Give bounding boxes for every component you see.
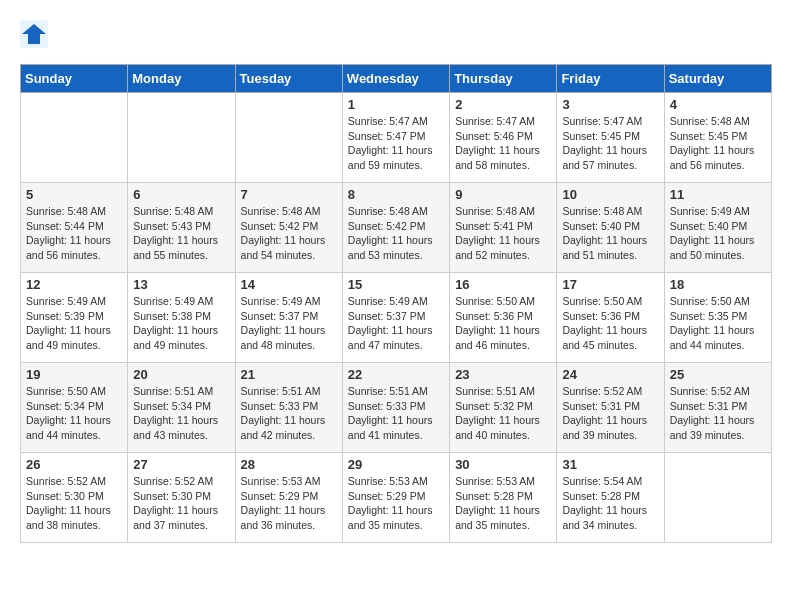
day-number: 18 [670,277,766,292]
calendar-cell: 5Sunrise: 5:48 AM Sunset: 5:44 PM Daylig… [21,183,128,273]
day-info: Sunrise: 5:48 AM Sunset: 5:42 PM Dayligh… [348,204,444,263]
calendar-week-row: 1Sunrise: 5:47 AM Sunset: 5:47 PM Daylig… [21,93,772,183]
day-info: Sunrise: 5:47 AM Sunset: 5:46 PM Dayligh… [455,114,551,173]
day-info: Sunrise: 5:53 AM Sunset: 5:29 PM Dayligh… [241,474,337,533]
calendar-cell: 2Sunrise: 5:47 AM Sunset: 5:46 PM Daylig… [450,93,557,183]
day-info: Sunrise: 5:48 AM Sunset: 5:40 PM Dayligh… [562,204,658,263]
day-info: Sunrise: 5:52 AM Sunset: 5:30 PM Dayligh… [26,474,122,533]
day-info: Sunrise: 5:48 AM Sunset: 5:43 PM Dayligh… [133,204,229,263]
day-info: Sunrise: 5:52 AM Sunset: 5:30 PM Dayligh… [133,474,229,533]
day-number: 30 [455,457,551,472]
calendar-cell: 15Sunrise: 5:49 AM Sunset: 5:37 PM Dayli… [342,273,449,363]
day-number: 5 [26,187,122,202]
day-info: Sunrise: 5:48 AM Sunset: 5:44 PM Dayligh… [26,204,122,263]
day-number: 2 [455,97,551,112]
calendar-cell: 6Sunrise: 5:48 AM Sunset: 5:43 PM Daylig… [128,183,235,273]
day-number: 1 [348,97,444,112]
calendar-cell: 18Sunrise: 5:50 AM Sunset: 5:35 PM Dayli… [664,273,771,363]
day-number: 10 [562,187,658,202]
calendar-cell: 4Sunrise: 5:48 AM Sunset: 5:45 PM Daylig… [664,93,771,183]
calendar-cell: 31Sunrise: 5:54 AM Sunset: 5:28 PM Dayli… [557,453,664,543]
weekday-header-thursday: Thursday [450,65,557,93]
calendar-cell: 1Sunrise: 5:47 AM Sunset: 5:47 PM Daylig… [342,93,449,183]
day-number: 3 [562,97,658,112]
day-info: Sunrise: 5:49 AM Sunset: 5:38 PM Dayligh… [133,294,229,353]
day-number: 16 [455,277,551,292]
calendar-week-row: 5Sunrise: 5:48 AM Sunset: 5:44 PM Daylig… [21,183,772,273]
calendar-cell: 3Sunrise: 5:47 AM Sunset: 5:45 PM Daylig… [557,93,664,183]
calendar-cell: 12Sunrise: 5:49 AM Sunset: 5:39 PM Dayli… [21,273,128,363]
day-info: Sunrise: 5:50 AM Sunset: 5:36 PM Dayligh… [455,294,551,353]
day-number: 4 [670,97,766,112]
calendar-cell: 10Sunrise: 5:48 AM Sunset: 5:40 PM Dayli… [557,183,664,273]
calendar-cell: 23Sunrise: 5:51 AM Sunset: 5:32 PM Dayli… [450,363,557,453]
calendar-cell: 14Sunrise: 5:49 AM Sunset: 5:37 PM Dayli… [235,273,342,363]
day-info: Sunrise: 5:52 AM Sunset: 5:31 PM Dayligh… [562,384,658,443]
day-number: 28 [241,457,337,472]
weekday-header-wednesday: Wednesday [342,65,449,93]
calendar-cell: 30Sunrise: 5:53 AM Sunset: 5:28 PM Dayli… [450,453,557,543]
calendar-cell: 26Sunrise: 5:52 AM Sunset: 5:30 PM Dayli… [21,453,128,543]
weekday-header-monday: Monday [128,65,235,93]
logo [20,20,52,48]
calendar-cell [128,93,235,183]
day-info: Sunrise: 5:49 AM Sunset: 5:37 PM Dayligh… [348,294,444,353]
day-info: Sunrise: 5:52 AM Sunset: 5:31 PM Dayligh… [670,384,766,443]
page-header [20,20,772,48]
calendar-cell: 29Sunrise: 5:53 AM Sunset: 5:29 PM Dayli… [342,453,449,543]
day-info: Sunrise: 5:50 AM Sunset: 5:36 PM Dayligh… [562,294,658,353]
calendar-cell: 11Sunrise: 5:49 AM Sunset: 5:40 PM Dayli… [664,183,771,273]
day-info: Sunrise: 5:51 AM Sunset: 5:32 PM Dayligh… [455,384,551,443]
day-info: Sunrise: 5:48 AM Sunset: 5:42 PM Dayligh… [241,204,337,263]
calendar-cell [235,93,342,183]
day-number: 6 [133,187,229,202]
calendar-cell: 21Sunrise: 5:51 AM Sunset: 5:33 PM Dayli… [235,363,342,453]
day-number: 11 [670,187,766,202]
calendar-cell: 8Sunrise: 5:48 AM Sunset: 5:42 PM Daylig… [342,183,449,273]
weekday-header-row: SundayMondayTuesdayWednesdayThursdayFrid… [21,65,772,93]
calendar-table: SundayMondayTuesdayWednesdayThursdayFrid… [20,64,772,543]
day-info: Sunrise: 5:51 AM Sunset: 5:33 PM Dayligh… [241,384,337,443]
day-info: Sunrise: 5:49 AM Sunset: 5:40 PM Dayligh… [670,204,766,263]
calendar-cell: 24Sunrise: 5:52 AM Sunset: 5:31 PM Dayli… [557,363,664,453]
calendar-cell [21,93,128,183]
day-number: 13 [133,277,229,292]
day-number: 26 [26,457,122,472]
day-number: 20 [133,367,229,382]
calendar-cell: 27Sunrise: 5:52 AM Sunset: 5:30 PM Dayli… [128,453,235,543]
day-info: Sunrise: 5:48 AM Sunset: 5:45 PM Dayligh… [670,114,766,173]
weekday-header-sunday: Sunday [21,65,128,93]
day-info: Sunrise: 5:51 AM Sunset: 5:33 PM Dayligh… [348,384,444,443]
day-number: 8 [348,187,444,202]
calendar-cell: 28Sunrise: 5:53 AM Sunset: 5:29 PM Dayli… [235,453,342,543]
day-info: Sunrise: 5:50 AM Sunset: 5:34 PM Dayligh… [26,384,122,443]
day-info: Sunrise: 5:53 AM Sunset: 5:29 PM Dayligh… [348,474,444,533]
day-info: Sunrise: 5:51 AM Sunset: 5:34 PM Dayligh… [133,384,229,443]
calendar-week-row: 19Sunrise: 5:50 AM Sunset: 5:34 PM Dayli… [21,363,772,453]
day-number: 23 [455,367,551,382]
calendar-week-row: 26Sunrise: 5:52 AM Sunset: 5:30 PM Dayli… [21,453,772,543]
day-number: 24 [562,367,658,382]
calendar-cell [664,453,771,543]
day-number: 19 [26,367,122,382]
day-number: 7 [241,187,337,202]
day-number: 27 [133,457,229,472]
day-number: 12 [26,277,122,292]
day-info: Sunrise: 5:50 AM Sunset: 5:35 PM Dayligh… [670,294,766,353]
calendar-cell: 16Sunrise: 5:50 AM Sunset: 5:36 PM Dayli… [450,273,557,363]
calendar-cell: 20Sunrise: 5:51 AM Sunset: 5:34 PM Dayli… [128,363,235,453]
day-info: Sunrise: 5:53 AM Sunset: 5:28 PM Dayligh… [455,474,551,533]
day-number: 17 [562,277,658,292]
day-number: 15 [348,277,444,292]
weekday-header-friday: Friday [557,65,664,93]
day-number: 22 [348,367,444,382]
calendar-cell: 17Sunrise: 5:50 AM Sunset: 5:36 PM Dayli… [557,273,664,363]
day-info: Sunrise: 5:47 AM Sunset: 5:47 PM Dayligh… [348,114,444,173]
day-number: 14 [241,277,337,292]
day-number: 31 [562,457,658,472]
weekday-header-saturday: Saturday [664,65,771,93]
calendar-week-row: 12Sunrise: 5:49 AM Sunset: 5:39 PM Dayli… [21,273,772,363]
calendar-cell: 19Sunrise: 5:50 AM Sunset: 5:34 PM Dayli… [21,363,128,453]
day-info: Sunrise: 5:54 AM Sunset: 5:28 PM Dayligh… [562,474,658,533]
weekday-header-tuesday: Tuesday [235,65,342,93]
